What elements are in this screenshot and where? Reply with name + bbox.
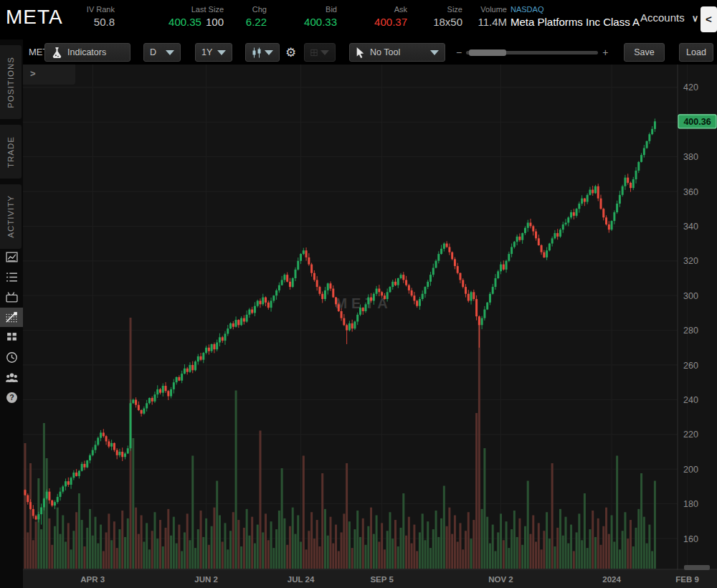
tv-icon[interactable] (0, 288, 23, 307)
stat-volume: Volume 11.4M (468, 5, 507, 30)
price-axis-label: 240 (683, 395, 698, 405)
date-axis-label: FEB 9 (675, 575, 699, 584)
price-axis-label: 220 (683, 430, 698, 440)
candlestick-icon (252, 47, 262, 58)
chevron-down-icon (217, 50, 226, 55)
load-button[interactable]: Load (679, 43, 713, 62)
quote-header: META IV Rank 50.8 Last Size 400.35100 Ch… (0, 0, 717, 39)
stat-ask: Ask 400.37 (357, 5, 407, 30)
zoom-out-button[interactable]: − (452, 47, 466, 58)
drawing-tool-dropdown[interactable]: No Tool (349, 43, 445, 62)
chart-type-dropdown[interactable] (245, 43, 280, 62)
chart-box-icon[interactable] (0, 247, 23, 267)
sidebar-tab-activity[interactable]: ACTIVITY (0, 184, 22, 249)
gear-icon: ⚙ (285, 45, 296, 60)
exchange-label: NASDAQ (511, 5, 640, 14)
price-axis-label: 420 (683, 82, 698, 93)
stat-bid: Bid 400.33 (287, 5, 337, 30)
company-name: Meta Platforms Inc Class A (511, 14, 640, 30)
range-dropdown[interactable]: 1Y (195, 43, 232, 62)
indicators-label: Indicators (67, 47, 106, 57)
price-axis-label: 360 (683, 187, 698, 197)
price-axis-label: 260 (683, 361, 698, 371)
price-axis-label: 340 (683, 222, 698, 232)
accounts-menu[interactable]: Accounts∨ (640, 11, 698, 24)
chevron-down-icon (166, 50, 174, 55)
chart-grid-icon[interactable] (0, 308, 23, 327)
chevron-down-icon (430, 50, 439, 55)
svg-text:?: ? (9, 393, 14, 402)
grid-layout-dropdown[interactable] (304, 43, 336, 62)
price-axis-label: 380 (683, 152, 698, 162)
help-icon[interactable]: ? (0, 388, 23, 407)
price-axis-label: 200 (683, 465, 698, 475)
chart-toolbar: META Indicators D 1Y ⚙ (23, 39, 717, 65)
date-axis-label: JUN 2 (194, 575, 218, 584)
left-sidebar: POSITIONS TRADE ACTIVITY (0, 39, 23, 588)
chevron-down-icon (320, 50, 329, 55)
grid-squares-icon[interactable] (0, 328, 23, 347)
symbol-logo: META (6, 6, 63, 29)
list-icon[interactable] (0, 267, 23, 287)
zoom-slider-track[interactable] (466, 51, 598, 54)
cursor-icon (356, 47, 365, 58)
last-price-badge-value: 400.36 (683, 117, 711, 127)
trading-app: META IV Rank 50.8 Last Size 400.35100 Ch… (0, 0, 717, 588)
chart-panel-expand-button[interactable]: > (23, 65, 75, 85)
sidebar-tab-positions[interactable]: POSITIONS (0, 45, 22, 119)
zoom-in-button[interactable]: + (598, 47, 612, 58)
date-axis-label: NOV 2 (488, 575, 513, 584)
price-axis-label: 180 (683, 499, 698, 509)
collapse-panel-button[interactable]: < (701, 6, 717, 32)
exchange-company: NASDAQ Meta Platforms Inc Class A (511, 5, 640, 30)
stat-chg: Chg 6.22 (224, 5, 267, 30)
date-axis-label: SEP 5 (370, 575, 394, 584)
chart-region: > META1601802002202402602803003203403603… (23, 65, 717, 588)
users-icon[interactable] (0, 368, 23, 387)
period-dropdown[interactable]: D (143, 43, 181, 62)
sidebar-tab-trade[interactable]: TRADE (0, 125, 22, 179)
chart-settings-button[interactable]: ⚙ (285, 43, 296, 62)
grid-icon (310, 48, 318, 57)
zoom-slider: − + (452, 43, 612, 62)
date-axis-label: APR 3 (80, 575, 105, 584)
stat-size: Size 18x50 (425, 5, 462, 30)
chevron-down-icon (265, 50, 273, 55)
price-axis-label: 320 (683, 256, 698, 266)
chevron-down-icon: ∨ (692, 13, 699, 24)
date-axis-label: JUL 24 (288, 575, 315, 584)
history-clock-icon[interactable] (0, 348, 23, 367)
indicators-button[interactable]: Indicators (44, 43, 130, 62)
stat-last-size: Last Size 400.35100 (128, 5, 224, 30)
save-button[interactable]: Save (624, 43, 665, 62)
stat-iv-rank: IV Rank 50.8 (68, 5, 115, 30)
zoom-slider-thumb[interactable] (469, 49, 506, 56)
accounts-label: Accounts (640, 11, 685, 24)
price-axis-label: 300 (683, 291, 698, 301)
price-axis-label: 280 (683, 326, 698, 336)
candlestick-chart[interactable]: META160180200220240260280300320340360380… (23, 65, 717, 588)
date-axis-label: 2024 (602, 575, 621, 584)
price-axis-label: 160 (683, 534, 698, 544)
indicators-flask-icon (51, 47, 63, 59)
